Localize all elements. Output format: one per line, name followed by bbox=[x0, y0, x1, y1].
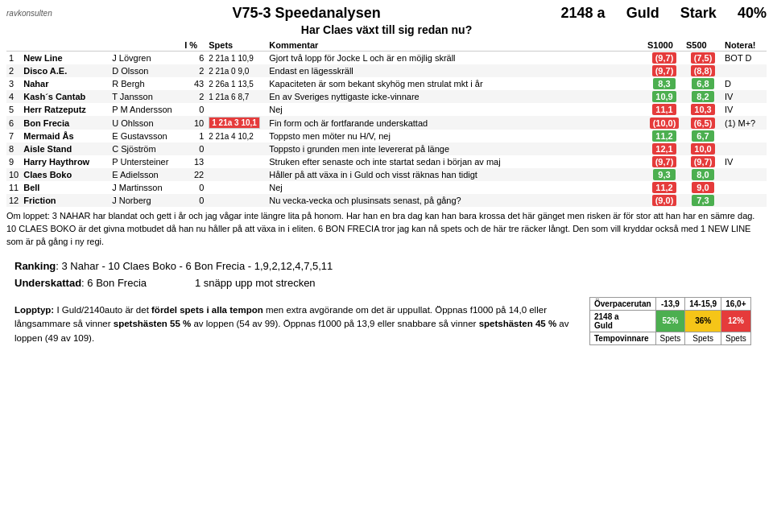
row-kommentar: Nu vecka-vecka och plusinsats senast, på… bbox=[267, 194, 645, 207]
om-loppet-text: Om loppet: 3 NAHAR har blandat och gett … bbox=[6, 210, 767, 249]
overpace-title-cell: Överpacerutan bbox=[590, 297, 656, 310]
overpace-col3-header: 16,0+ bbox=[721, 297, 751, 310]
lopptyp-label: Lopptyp: bbox=[14, 305, 54, 315]
lopptyp-text1: I Guld/2140auto är det bbox=[56, 305, 151, 315]
row-notera: IV bbox=[722, 155, 767, 168]
overpace-row1-label: 2148 aGuld bbox=[590, 310, 656, 332]
ranking-value: 3 Nahar - 10 Claes Boko - 6 Bon Frecia -… bbox=[62, 260, 333, 272]
overpace-col1-header: -13,9 bbox=[655, 297, 685, 310]
row-kommentar: Endast en lägesskräll bbox=[267, 64, 645, 77]
row-jockey: R Bergh bbox=[110, 77, 182, 90]
row-spets bbox=[206, 155, 267, 168]
table-row: 8Aisle StandC Sjöström0Toppsto i grunden… bbox=[6, 142, 767, 155]
header-pct: 40% bbox=[738, 5, 767, 22]
overpace-v2: 36% bbox=[685, 310, 721, 332]
row-horse-name: Kash´s Cantab bbox=[21, 90, 110, 103]
row-ipct: 0 bbox=[182, 181, 206, 194]
row-spets bbox=[206, 194, 267, 207]
row-horse-name: Disco A.E. bbox=[21, 64, 110, 77]
overpace-row2-sub1: Spets bbox=[655, 332, 685, 344]
row-s1000: 10,9 bbox=[645, 90, 684, 103]
lopptyp-bold3: spetshästen 45 % bbox=[479, 319, 557, 328]
row-notera: IV bbox=[722, 90, 767, 103]
row-s500: 10,0 bbox=[684, 142, 722, 155]
row-kommentar: Fin form och är fortfarande underskattad bbox=[267, 116, 645, 130]
header-race: 2148 a bbox=[561, 5, 606, 22]
col-header-jockey bbox=[110, 39, 182, 52]
header-subtitle: Har Claes växt till sig redan nu? bbox=[6, 23, 767, 36]
row-kommentar: Struken efter senaste och inte startat s… bbox=[267, 155, 645, 168]
row-ipct: 10 bbox=[182, 116, 206, 130]
row-s500: 7,3 bbox=[684, 194, 722, 207]
table-row: 6Bon FreciaU Ohlsson101 21a 3 10,1Fin fo… bbox=[6, 116, 767, 130]
lopptyp-bold2: spetshästen 55 % bbox=[114, 319, 192, 328]
row-notera bbox=[722, 168, 767, 181]
row-ipct: 43 bbox=[182, 77, 206, 90]
header-stark: Stark bbox=[680, 5, 717, 22]
row-jockey: E Adielsson bbox=[110, 168, 182, 181]
col-header-spets: Spets bbox=[206, 39, 267, 52]
table-row: 5Herr RatzeputzP M Andersson0Nej11,110,3… bbox=[6, 103, 767, 116]
row-ipct: 0 bbox=[182, 103, 206, 116]
row-kommentar: Håller på att växa in i Guld och visst r… bbox=[267, 168, 645, 181]
row-spets: 2 21a 1 10,9 bbox=[206, 52, 267, 65]
row-spets bbox=[206, 103, 267, 116]
lopptyp-section: Lopptyp: I Guld/2140auto är det fördel s… bbox=[14, 303, 581, 345]
row-ipct: 22 bbox=[182, 168, 206, 181]
row-s500: (7,5) bbox=[684, 52, 722, 65]
overpace-table: Överpacerutan -13,9 14-15,9 16,0+ 2148 a… bbox=[589, 297, 751, 345]
row-spets bbox=[206, 142, 267, 155]
row-s1000: 11,2 bbox=[645, 181, 684, 194]
row-notera bbox=[722, 181, 767, 194]
row-s500: 10,3 bbox=[684, 103, 722, 116]
row-notera: (1) M+? bbox=[722, 116, 767, 130]
table-row: 3NaharR Bergh432 26a 1 13,5Kapaciteten ä… bbox=[6, 77, 767, 90]
row-notera: IV bbox=[722, 103, 767, 116]
table-row: 4Kash´s CantabT Jansson21 21a 6 8,7En av… bbox=[6, 90, 767, 103]
row-num: 3 bbox=[6, 77, 21, 90]
row-ipct: 0 bbox=[182, 142, 206, 155]
row-s1000: 9,3 bbox=[645, 168, 684, 181]
row-horse-name: Bon Frecia bbox=[21, 116, 110, 130]
lopptyp-text3: av loppen (54 av 99). Öppnas f1000 på 13… bbox=[191, 319, 478, 328]
overpace-row2-sub3: Spets bbox=[721, 332, 751, 344]
row-spets: 2 26a 1 13,5 bbox=[206, 77, 267, 90]
col-header-notera: Notera! bbox=[722, 39, 767, 52]
row-num: 5 bbox=[6, 103, 21, 116]
row-spets: 2 21a 4 10,2 bbox=[206, 130, 267, 142]
row-spets: 2 21a 0 9,0 bbox=[206, 64, 267, 77]
row-notera: D bbox=[722, 77, 767, 90]
row-spets: 1 21a 6 8,7 bbox=[206, 90, 267, 103]
row-kommentar: Gjort två lopp för Jocke L och är en möj… bbox=[267, 52, 645, 65]
row-horse-name: Bell bbox=[21, 181, 110, 194]
overpace-col2-header: 14-15,9 bbox=[685, 297, 721, 310]
row-kommentar: En av Sveriges nyttigaste icke-vinnare bbox=[267, 90, 645, 103]
row-s500: (9,7) bbox=[684, 155, 722, 168]
row-num: 12 bbox=[6, 194, 21, 207]
ranking-label: Ranking bbox=[14, 260, 56, 272]
row-s1000: (10,0) bbox=[645, 116, 684, 130]
row-num: 4 bbox=[6, 90, 21, 103]
row-num: 2 bbox=[6, 64, 21, 77]
ranking-line: Ranking: 3 Nahar - 10 Claes Boko - 6 Bon… bbox=[14, 260, 759, 272]
row-horse-name: Mermaid Ås bbox=[21, 130, 110, 142]
row-jockey: D Olsson bbox=[110, 64, 182, 77]
row-jockey: C Sjöström bbox=[110, 142, 182, 155]
row-spets: 1 21a 3 10,1 bbox=[206, 116, 267, 130]
table-row: 12FrictionJ Norberg0Nu vecka-vecka och p… bbox=[6, 194, 767, 207]
row-num: 1 bbox=[6, 52, 21, 65]
table-row: 2Disco A.E.D Olsson22 21a 0 9,0Endast en… bbox=[6, 64, 767, 77]
overpace-row2-label: Tempovinnare bbox=[590, 332, 656, 344]
row-spets bbox=[206, 181, 267, 194]
row-horse-name: Herr Ratzeputz bbox=[21, 103, 110, 116]
row-horse-name: Claes Boko bbox=[21, 168, 110, 181]
table-row: 10Claes BokoE Adielsson22Håller på att v… bbox=[6, 168, 767, 181]
col-header-num bbox=[6, 39, 21, 52]
analysis-table: I % Spets Kommentar S1000 S500 Notera! 1… bbox=[6, 39, 767, 207]
table-row: 11BellJ Martinsson0Nej11,29,0 bbox=[6, 181, 767, 194]
row-horse-name: Nahar bbox=[21, 77, 110, 90]
table-row: 1New LineJ Lövgren62 21a 1 10,9Gjort två… bbox=[6, 52, 767, 65]
row-ipct: 0 bbox=[182, 194, 206, 207]
table-row: 9Harry HaythrowP Untersteiner13Struken e… bbox=[6, 155, 767, 168]
table-row: 7Mermaid ÅsE Gustavsson12 21a 4 10,2Topp… bbox=[6, 130, 767, 142]
